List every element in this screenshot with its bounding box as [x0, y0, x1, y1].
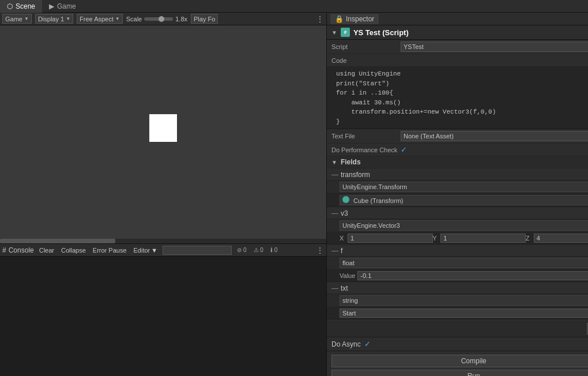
v3-x-input[interactable] — [348, 234, 433, 243]
text-file-value: None (Text Asset) — [404, 133, 454, 140]
scale-value: 1.8x — [175, 16, 187, 22]
transform-type-box[interactable]: UnityEngine.Transform ▼ — [340, 182, 588, 192]
scene-tab-icon: ⬡ — [7, 2, 13, 10]
display-dropdown-arrow: ▼ — [66, 16, 70, 21]
transform-field-header: — transform — [327, 170, 588, 181]
main-layout: Game ▼ Display 1 ▼ Free Aspect ▼ Scale 1… — [0, 13, 588, 376]
h-scrollbar-thumb — [0, 239, 115, 243]
game-toolbar-overflow[interactable]: ⋮ — [316, 14, 324, 24]
do-perf-row: Do Performance Check ✓ — [327, 144, 588, 156]
compile-button[interactable]: Compile — [331, 355, 588, 367]
aspect-dropdown[interactable]: Free Aspect ▼ — [77, 14, 123, 24]
console-title: # Console — [2, 246, 34, 254]
transform-object-icon: Cube (Transform) — [342, 196, 403, 204]
f-value-row: Value — [327, 270, 588, 282]
game-tab-label: Game — [57, 2, 76, 10]
do-async-row: Do Async ✓ — [327, 337, 588, 351]
clear-button[interactable]: Clear — [37, 246, 56, 254]
f-field-header: — f — [327, 246, 588, 257]
v3-type-value: UnityEngine.Vector3 — [342, 222, 400, 229]
console-toolbar: # Console Clear Collapse Error Pause Edi… — [0, 244, 326, 257]
game-toolbar: Game ▼ Display 1 ▼ Free Aspect ▼ Scale 1… — [0, 13, 326, 25]
error-badge: ⊘ 0 — [235, 247, 248, 253]
collapse-button[interactable]: Collapse — [59, 246, 88, 254]
script-value-box[interactable]: YSTest ◎ — [401, 42, 588, 52]
display-dropdown[interactable]: Display 1 ▼ — [35, 14, 73, 24]
inspector-tab[interactable]: 🔒 Inspector — [330, 14, 379, 24]
game-viewport — [0, 25, 326, 239]
v3-z-label: Z — [526, 235, 533, 242]
txt-field-header: — txt — [327, 283, 588, 294]
do-async-checkmark[interactable]: ✓ — [364, 340, 371, 348]
v3-type-row: UnityEngine.Vector3 ▼ — [327, 219, 588, 232]
aspect-dropdown-arrow: ▼ — [115, 16, 120, 21]
console-content — [0, 257, 326, 376]
txt-type-row: string ▼ — [327, 294, 588, 307]
inspector-lock-icon: 🔒 — [335, 15, 344, 23]
inspector-panel: 🔒 Inspector 📌 ⋮ ▼ # YS Test (Script) ? ≡… — [326, 13, 588, 376]
do-async-label: Do Async — [331, 340, 361, 348]
console-panel: # Console Clear Collapse Error Pause Edi… — [0, 243, 326, 376]
game-dropdown-arrow: ▼ — [24, 16, 29, 21]
v3-y-field: Y — [432, 234, 523, 243]
transform-object-row: Cube (Transform) ◎ — [327, 194, 588, 207]
f-type-box[interactable]: float ▼ — [340, 258, 588, 268]
txt-type-box[interactable]: string ▼ — [340, 295, 588, 306]
console-title-label: Console — [9, 246, 34, 254]
f-type-value: float — [342, 260, 355, 266]
transform-object-box[interactable]: Cube (Transform) ◎ — [340, 195, 588, 205]
fields-collapse-arrow[interactable]: ▼ — [331, 159, 337, 166]
script-icon: # — [341, 28, 350, 37]
scale-slider[interactable] — [144, 17, 173, 21]
play-button[interactable]: Play Fo — [191, 14, 218, 24]
script-value: YSTest — [404, 43, 424, 50]
inspector-tab-bar: 🔒 Inspector 📌 ⋮ — [327, 13, 588, 25]
tab-game[interactable]: ▶ Game — [42, 0, 83, 13]
editor-button[interactable]: Editor ▼ — [132, 246, 160, 254]
add-remove-row: + - — [327, 321, 588, 337]
error-pause-button[interactable]: Error Pause — [91, 246, 129, 254]
console-hash-icon: # — [2, 246, 6, 254]
v3-z-input[interactable] — [534, 234, 588, 243]
txt-value-row — [327, 307, 588, 319]
left-panel: Game ▼ Display 1 ▼ Free Aspect ▼ Scale 1… — [0, 13, 326, 376]
text-file-row: Text File None (Text Asset) ◎ — [327, 129, 588, 144]
text-file-label: Text File — [331, 133, 401, 140]
console-overflow[interactable]: ⋮ — [316, 246, 324, 255]
info-badge: ℹ 0 — [269, 247, 279, 253]
text-file-value-box[interactable]: None (Text Asset) ◎ — [401, 131, 588, 141]
scale-label: Scale — [126, 16, 142, 22]
f-value-input[interactable] — [357, 271, 588, 280]
script-title: YS Test (Script) — [353, 28, 588, 37]
v3-y-input[interactable] — [440, 234, 526, 243]
v3-field-header: — v3 — [327, 208, 588, 219]
script-header: ▼ # YS Test (Script) ? ≡ ⋮ — [327, 25, 588, 40]
code-label-row: Code — [327, 54, 588, 67]
v3-field-group: — v3 UnityEngine.Vector3 ▼ X Y — [327, 208, 588, 245]
play-label: Play Fo — [194, 16, 215, 22]
v3-x-label: X — [340, 235, 346, 242]
v3-dash: — — [331, 209, 338, 217]
script-collapse-arrow[interactable]: ▼ — [331, 29, 337, 36]
v3-type-box[interactable]: UnityEngine.Vector3 ▼ — [340, 220, 588, 231]
f-field-name: f — [341, 247, 588, 255]
txt-value-input[interactable] — [340, 309, 588, 318]
aspect-label: Free Aspect — [80, 16, 114, 22]
game-tab-icon: ▶ — [49, 2, 54, 10]
code-line-5: transform.position+=new Vector3(f,0,0) — [336, 107, 588, 117]
run-button[interactable]: Run — [331, 370, 588, 376]
scale-slider-knob — [159, 16, 164, 22]
code-block: using UnityEngine print("Start") for i i… — [327, 67, 588, 129]
console-search-input[interactable] — [163, 246, 232, 255]
code-label: Code — [331, 57, 401, 64]
transform-dash: — — [331, 171, 338, 179]
fields-header: ▼ Fields 4 — [327, 156, 588, 168]
transform-object-value: Cube (Transform) — [353, 197, 403, 204]
v3-field-name: v3 — [341, 209, 588, 217]
tab-scene[interactable]: ⬡ Scene — [0, 0, 42, 13]
top-tab-bar: ⬡ Scene ▶ Game — [0, 0, 588, 13]
do-perf-checkmark[interactable]: ✓ — [401, 145, 407, 154]
script-row: Script YSTest ◎ — [327, 40, 588, 54]
h-scrollbar[interactable] — [0, 239, 326, 243]
game-dropdown[interactable]: Game ▼ — [2, 14, 32, 24]
